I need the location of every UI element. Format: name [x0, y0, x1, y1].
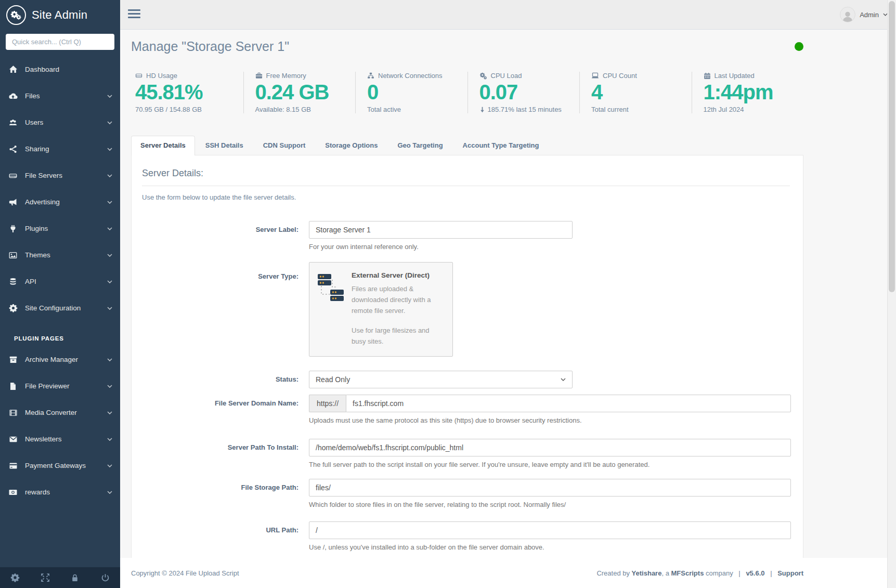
- server-type-card[interactable]: External Server (Direct) Files are uploa…: [309, 262, 453, 357]
- stat-value: 0: [367, 80, 468, 104]
- server-type-description: Files are uploaded & downloaded directly…: [352, 284, 445, 316]
- plugin-pages-section-label: PLUGIN PAGES: [0, 321, 120, 346]
- yetishare-link[interactable]: Yetishare: [632, 569, 662, 577]
- domain-input[interactable]: [346, 395, 791, 412]
- url-path-input[interactable]: [309, 521, 791, 539]
- sidebar-item-payment-gateways[interactable]: Payment Gateways: [0, 452, 120, 479]
- sidebar-item-newsletters[interactable]: Newsletters: [0, 426, 120, 452]
- sidebar-item-api[interactable]: API: [0, 268, 120, 295]
- stat-last-updated: Last Updated 1:44pm 12th Jul 2024: [692, 72, 804, 113]
- cloud-upload-icon: [8, 92, 18, 100]
- sidebar-item-archive-manager[interactable]: Archive Manager: [0, 346, 120, 373]
- domain-field-label: File Server Domain Name:: [142, 395, 309, 424]
- sidebar-item-media-converter[interactable]: Media Converter: [0, 399, 120, 426]
- tab-cdn-support[interactable]: CDN Support: [254, 136, 315, 155]
- chevron-down-icon: [107, 438, 112, 441]
- tab-geo-targeting[interactable]: Geo Targeting: [388, 136, 452, 155]
- server-label-field-label: Server Label:: [142, 221, 309, 251]
- gear-icon: [10, 573, 20, 582]
- scrollbar-track[interactable]: [887, 0, 896, 588]
- laptop-icon: [591, 72, 599, 79]
- sidebar-item-dashboard[interactable]: Dashboard: [0, 56, 120, 83]
- stat-value: 0.07: [479, 80, 580, 104]
- sidebar-item-sharing[interactable]: Sharing: [0, 136, 120, 162]
- user-name: Admin: [860, 11, 879, 19]
- tab-ssh-details[interactable]: SSH Details: [196, 136, 253, 155]
- plug-icon: [8, 225, 18, 233]
- hdd-icon: [135, 72, 142, 79]
- film-icon: [8, 409, 18, 417]
- server-path-input[interactable]: [309, 439, 791, 456]
- sidebar-item-file-servers[interactable]: File Servers: [0, 162, 120, 189]
- storage-path-help: Which folder to store files in on the fi…: [309, 501, 791, 508]
- copyright-text: Copyright © 2024 File Upload Script: [131, 569, 239, 577]
- chevron-down-icon: [107, 491, 112, 494]
- lock-button[interactable]: [60, 567, 90, 588]
- settings-button[interactable]: [0, 567, 30, 588]
- sidebar-item-themes[interactable]: Themes: [0, 242, 120, 268]
- user-menu[interactable]: Admin: [840, 0, 888, 29]
- lock-icon: [71, 573, 79, 582]
- sidebar: Site Admin Dashboard Files Users Sharing…: [0, 0, 120, 588]
- chevron-down-icon: [107, 385, 112, 388]
- mfscripts-link[interactable]: MFScripts: [671, 569, 704, 577]
- stat-free-memory: Free Memory 0.24 GB Available: 8.15 GB: [243, 72, 356, 113]
- page-content: Manage "Storage Server 1" HD Usage 45.81…: [120, 30, 896, 588]
- scrollbar-thumb[interactable]: [889, 1, 895, 292]
- chevron-down-icon: [107, 95, 112, 98]
- sidebar-plugin-menu: Archive Manager File Previewer Media Con…: [0, 346, 120, 505]
- menu-toggle-button[interactable]: [128, 9, 140, 18]
- server-type-description-2: Use for large filesizes and busy sites.: [352, 325, 445, 347]
- sidebar-item-files[interactable]: Files: [0, 83, 120, 109]
- avatar: [840, 7, 855, 22]
- image-icon: [8, 251, 18, 259]
- sitemap-icon: [367, 72, 374, 79]
- arrow-down-icon: [479, 107, 485, 113]
- tab-server-details[interactable]: Server Details: [131, 136, 195, 155]
- url-path-field-label: URL Path:: [142, 521, 309, 551]
- version-text: v5.6.0: [746, 569, 764, 577]
- panel-heading: Server Details:: [142, 168, 790, 179]
- storage-path-input[interactable]: [309, 479, 791, 496]
- tab-account-type-targeting[interactable]: Account Type Targeting: [453, 136, 549, 155]
- sidebar-item-plugins[interactable]: Plugins: [0, 215, 120, 242]
- power-icon: [101, 573, 110, 582]
- stat-cpu-count: CPU Count 4 Total current: [579, 72, 692, 113]
- chevron-down-icon: [107, 201, 112, 204]
- top-navbar: Admin: [120, 0, 896, 30]
- chevron-down-icon: [107, 358, 112, 361]
- panel-intro: Use the form below to update the file se…: [142, 193, 790, 201]
- status-selected-value: Read Only: [316, 375, 350, 384]
- logout-button[interactable]: [90, 567, 120, 588]
- status-select[interactable]: Read Only: [309, 371, 573, 388]
- server-stats-row: HD Usage 45.81% 70.95 GB / 154.88 GB Fre…: [131, 72, 803, 113]
- chevron-down-icon: [107, 307, 112, 310]
- server-online-status-dot: [795, 42, 803, 51]
- sidebar-item-rewards[interactable]: rewards: [0, 479, 120, 505]
- server-path-field-label: Server Path To Install:: [142, 439, 309, 468]
- tab-storage-options[interactable]: Storage Options: [316, 136, 387, 155]
- sidebar-item-site-configuration[interactable]: Site Configuration: [0, 295, 120, 321]
- fullscreen-button[interactable]: [30, 567, 60, 588]
- support-link[interactable]: Support: [777, 569, 803, 577]
- server-tabs: Server Details SSH Details CDN Support S…: [131, 136, 803, 155]
- select-chevron-icon: [561, 378, 566, 381]
- sidebar-item-file-previewer[interactable]: File Previewer: [0, 373, 120, 399]
- app-logo[interactable]: Site Admin: [0, 0, 120, 30]
- sidebar-item-users[interactable]: Users: [0, 109, 120, 136]
- stat-value: 0.24 GB: [255, 80, 356, 104]
- users-icon: [8, 119, 18, 127]
- money-icon: [8, 489, 18, 496]
- server-details-panel: Server Details: Use the form below to up…: [131, 155, 803, 568]
- server-label-input[interactable]: [309, 221, 573, 239]
- main-area: Admin Manage "Storage Server 1" HD Usage…: [120, 0, 896, 588]
- bullhorn-icon: [8, 198, 18, 206]
- quick-search-input[interactable]: [6, 34, 114, 50]
- external-server-icon: [317, 271, 345, 347]
- server-type-field-label: Server Type:: [142, 262, 309, 357]
- chevron-down-icon: [107, 148, 112, 151]
- stat-hd-usage: HD Usage 45.81% 70.95 GB / 154.88 GB: [131, 72, 243, 113]
- stat-value: 45.81%: [135, 80, 243, 104]
- gears-logo-icon: [6, 5, 26, 25]
- sidebar-item-advertising[interactable]: Advertising: [0, 189, 120, 215]
